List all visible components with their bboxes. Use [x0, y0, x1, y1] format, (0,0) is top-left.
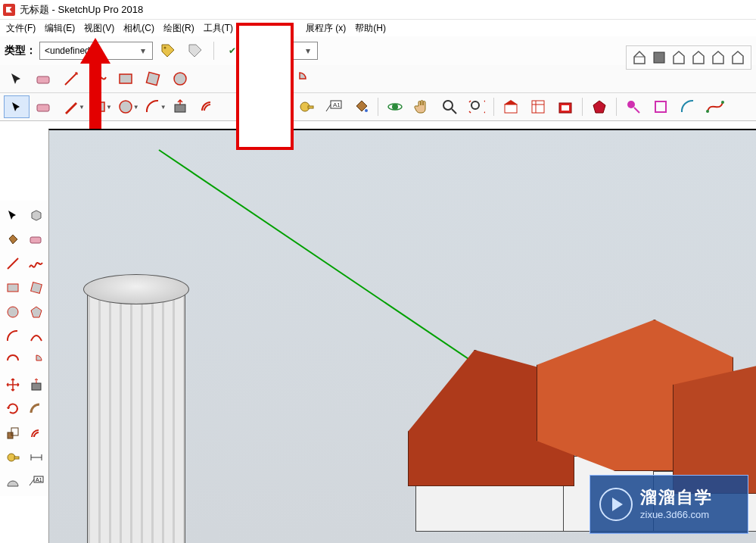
svg-rect-3 [654, 52, 664, 63]
plugin-bezier-icon[interactable] [702, 95, 728, 118]
extension-warehouse-icon[interactable] [552, 95, 578, 118]
make-component-icon[interactable] [26, 204, 46, 226]
menu-file[interactable]: 文件(F) [2, 20, 40, 36]
classifier-clear-icon[interactable] [184, 40, 207, 61]
select-tool-icon[interactable] [4, 67, 30, 90]
type-combo[interactable]: <undefined> ▾ [39, 42, 153, 60]
freehand-icon[interactable] [26, 253, 46, 274]
dropdown-caret-icon[interactable]: ▼ [79, 104, 85, 111]
pie-icon[interactable] [26, 350, 46, 371]
select-tool-active-icon[interactable] [4, 95, 30, 118]
svg-rect-15 [175, 105, 185, 112]
polygon-icon[interactable] [26, 301, 46, 323]
pan-hand-icon[interactable] [409, 95, 435, 118]
eraser-icon[interactable] [26, 229, 46, 250]
eraser-tool-icon[interactable] [31, 67, 57, 90]
svg-point-37 [721, 101, 724, 104]
svg-rect-30 [532, 101, 544, 113]
svg-marker-29 [504, 100, 518, 105]
rotate-icon[interactable] [2, 398, 23, 420]
classifier-tag-icon[interactable] [157, 40, 179, 61]
menu-camera[interactable]: 相机(C) [119, 20, 159, 36]
dropdown-caret-icon[interactable]: ▼ [160, 104, 166, 111]
arc-icon[interactable] [2, 326, 23, 347]
watermark-brand: 溜溜自学 [640, 487, 713, 509]
protractor-icon[interactable] [2, 471, 23, 492]
zoom-icon[interactable] [437, 95, 462, 118]
back-view-icon[interactable] [710, 49, 726, 66]
right-view-icon[interactable] [690, 49, 707, 66]
model-viewport[interactable]: 溜溜自学 zixue.3d66.com [48, 129, 756, 543]
tape-measure-icon[interactable] [2, 447, 23, 468]
offset-icon[interactable] [26, 423, 46, 444]
arc-tool-icon[interactable] [232, 67, 258, 90]
svg-rect-8 [37, 76, 49, 83]
dropdown-caret-icon[interactable]: ▼ [133, 104, 139, 111]
svg-rect-13 [92, 102, 104, 111]
push-pull-icon[interactable] [167, 95, 193, 118]
eraser-icon[interactable] [31, 95, 57, 118]
separator [378, 98, 378, 116]
menu-edit[interactable]: 编辑(E) [40, 20, 79, 36]
zoom-extents-icon[interactable] [464, 95, 490, 118]
push-pull-icon[interactable] [26, 374, 46, 395]
paint-bucket-icon[interactable] [2, 229, 23, 250]
svg-point-22 [365, 109, 368, 112]
select-tool-icon[interactable] [2, 204, 23, 226]
svg-marker-4 [674, 51, 684, 64]
text-label-icon[interactable]: A1 [321, 95, 347, 118]
orbit-icon[interactable] [382, 95, 408, 118]
front-view-icon[interactable] [670, 49, 687, 66]
classifier-bar: 类型： <undefined> ▾ ✔ L ▾ [0, 36, 756, 65]
circle-tool-icon[interactable] [167, 67, 193, 90]
svg-point-14 [120, 101, 132, 113]
plugin-magenta-icon[interactable] [621, 95, 646, 118]
menu-tools[interactable]: 工具(T) [199, 20, 238, 36]
offset-icon[interactable] [194, 95, 220, 118]
arc-2pt-tool-icon[interactable] [260, 67, 285, 90]
warehouse-icon[interactable] [498, 95, 524, 118]
move-icon[interactable] [2, 374, 23, 395]
ruby-console-icon[interactable] [586, 95, 612, 118]
component-options-icon[interactable] [525, 95, 551, 118]
paint-bucket-icon[interactable] [348, 95, 374, 118]
tape-measure-icon[interactable] [294, 95, 319, 118]
svg-marker-42 [31, 307, 42, 317]
menu-view[interactable]: 视图(V) [79, 20, 119, 36]
scale-icon[interactable] [260, 95, 285, 118]
layer-visibility-icon[interactable]: ✔ [221, 40, 244, 61]
rotated-rectangle-tool-icon[interactable] [140, 67, 166, 90]
svg-point-27 [471, 101, 479, 109]
titlebar: 无标题 - SketchUp Pro 2018 [0, 0, 756, 20]
svg-marker-33 [593, 101, 605, 113]
plugin-arc-icon[interactable] [675, 95, 701, 118]
dropdown-caret-icon[interactable]: ▼ [106, 104, 112, 111]
arc-3pt-icon[interactable] [2, 350, 23, 371]
line-icon[interactable] [2, 253, 23, 274]
svg-marker-1 [634, 51, 645, 64]
line-tool-icon[interactable] [58, 67, 84, 90]
svg-line-26 [452, 109, 456, 114]
svg-rect-19 [308, 106, 313, 108]
circle-icon[interactable] [2, 301, 23, 323]
rotated-rect-icon[interactable] [26, 277, 46, 298]
freehand-tool-icon[interactable] [86, 67, 111, 90]
top-view-icon[interactable] [651, 49, 667, 66]
plugin-box-icon[interactable] [648, 95, 674, 118]
scale-icon[interactable] [2, 423, 23, 444]
pie-tool-icon[interactable] [287, 67, 313, 90]
menu-draw[interactable]: 绘图(R) [159, 20, 199, 36]
left-view-icon[interactable] [730, 49, 746, 66]
layer-combo[interactable]: ▾ [257, 42, 318, 60]
arc-2pt-icon[interactable] [26, 326, 46, 347]
rectangle-tool-icon[interactable] [113, 67, 138, 90]
svg-point-41 [8, 307, 18, 317]
dimension-icon[interactable] [26, 447, 46, 468]
iso-view-icon[interactable] [631, 49, 648, 66]
text-label-icon[interactable]: A1 [26, 471, 46, 492]
menu-help[interactable]: 帮助(H) [350, 20, 390, 36]
menu-extensions[interactable]: 展程序 (x) [301, 20, 350, 36]
window-title: 无标题 - SketchUp Pro 2018 [20, 3, 143, 17]
rectangle-icon[interactable] [2, 277, 23, 298]
follow-me-icon[interactable] [26, 398, 46, 420]
